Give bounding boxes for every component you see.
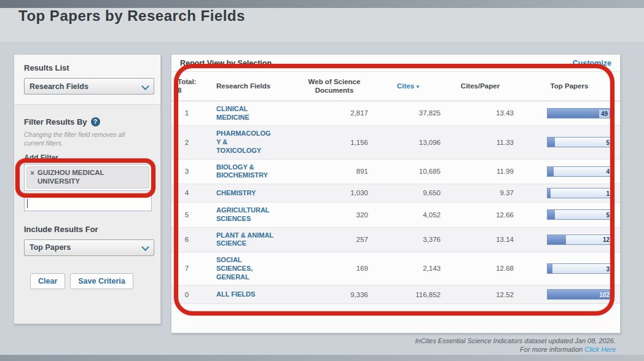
- table-row: 5 AGRICULTURAL SCIENCES 320 4,052 12.66 …: [171, 203, 620, 228]
- table-row: 2 PHARMACOLOG Y & TOXICOLOGY 1,156 13,09…: [171, 126, 620, 159]
- rank-cell: 2: [171, 126, 202, 159]
- click-here-link[interactable]: Click Here: [584, 346, 616, 353]
- wos-documents-cell: 320: [294, 203, 374, 228]
- remove-filter-icon[interactable]: ×: [30, 169, 34, 186]
- page-title: Top Papers by Research Fields: [18, 7, 245, 25]
- top-papers-cell: 4: [519, 159, 620, 184]
- top-papers-bar-fill: [548, 188, 551, 198]
- cites-cell: 2,143: [374, 252, 442, 285]
- cites-per-paper-cell: 9.37: [442, 184, 519, 203]
- research-field-link[interactable]: PHARMACOLOG Y & TOXICOLOGY: [202, 126, 294, 159]
- rank-cell: 5: [171, 203, 202, 228]
- top-papers-cell: 5: [519, 203, 620, 228]
- column-header-top-papers: Top Papers: [519, 72, 620, 101]
- results-list-label: Results List: [24, 63, 151, 72]
- research-field-link[interactable]: AGRICULTURAL SCIENCES: [202, 203, 294, 228]
- top-papers-value: 5: [606, 139, 610, 147]
- top-papers-value: 49: [599, 110, 610, 118]
- top-papers-bar-fill: [548, 235, 566, 244]
- rank-cell: 6: [171, 227, 202, 252]
- top-papers-bar-fill: [548, 167, 554, 176]
- cites-cell: 10,685: [374, 159, 442, 184]
- save-criteria-button[interactable]: Save Criteria: [70, 273, 133, 289]
- cites-per-paper-cell: 11.33: [442, 126, 519, 159]
- wos-documents-cell: 257: [294, 227, 374, 252]
- chevron-down-icon: [141, 244, 149, 251]
- column-header-cites-sort[interactable]: Cites ▾: [374, 72, 442, 101]
- filter-tags-box: × GUIZHOU MEDICAL UNIVERSITY: [24, 164, 152, 191]
- table-row: 4 CHEMISTRY 1,030 9,650 9.37 1: [171, 184, 620, 203]
- results-table: Total: 8 Research Fields Web of Science …: [171, 72, 620, 304]
- chevron-down-icon: [141, 83, 149, 90]
- include-results-select[interactable]: Top Papers: [24, 239, 154, 256]
- top-papers-value: 3: [606, 265, 610, 273]
- results-list-section: Results List Research Fields: [14, 55, 160, 105]
- clear-button[interactable]: Clear: [30, 273, 65, 289]
- wos-documents-cell: 1,030: [294, 184, 374, 203]
- cites-per-paper-cell: 11.99: [442, 159, 519, 184]
- cites-per-paper-cell: 13.14: [442, 227, 519, 252]
- top-papers-cell: 12: [519, 227, 620, 252]
- results-list-value: Research Fields: [29, 82, 141, 91]
- research-field-link[interactable]: SOCIAL SCIENCES, GENERAL: [202, 252, 294, 285]
- text-caret: [27, 199, 28, 208]
- wos-documents-cell: 1,156: [294, 126, 374, 159]
- table-row: 6 PLANT & ANIMAL SCIENCE 257 3,376 13.14…: [171, 227, 620, 252]
- more-info-text: For more information: [520, 346, 583, 353]
- top-papers-value: 4: [606, 168, 610, 176]
- cites-cell: 4,052: [374, 203, 442, 228]
- results-list-select[interactable]: Research Fields: [24, 78, 154, 95]
- report-panel: Report View by Selection Customize Total…: [171, 54, 621, 333]
- include-results-value: Top Papers: [29, 243, 141, 252]
- filter-results-by-label: Filter Results By: [24, 117, 87, 126]
- wos-documents-cell: 9,336: [294, 285, 374, 304]
- top-papers-bar: 4: [547, 166, 611, 177]
- research-field-link[interactable]: ALL FIELDS: [202, 285, 294, 304]
- top-papers-bar: 5: [547, 209, 611, 220]
- wos-documents-cell: 169: [294, 252, 374, 285]
- top-papers-bar-fill: [548, 264, 552, 273]
- cites-per-paper-cell: 12.68: [442, 252, 519, 285]
- cites-cell: 37,825: [374, 101, 442, 126]
- top-papers-value: 5: [606, 211, 610, 219]
- rank-cell: 0: [171, 285, 202, 304]
- cites-cell: 13,096: [374, 126, 442, 159]
- customize-link[interactable]: Customize: [573, 59, 611, 68]
- table-row: 7 SOCIAL SCIENCES, GENERAL 169 2,143 12.…: [171, 252, 620, 285]
- top-papers-bar-fill: [548, 138, 555, 147]
- top-papers-bar: 1: [547, 188, 611, 198]
- rank-cell: 7: [171, 252, 202, 285]
- table-row: 0 ALL FIELDS 9,336 116,852 12.52 102: [171, 285, 620, 304]
- column-header-total: Total: 8: [171, 72, 202, 101]
- rank-cell: 4: [171, 184, 202, 203]
- research-field-link[interactable]: CLINICAL MEDICINE: [202, 101, 294, 126]
- filter-tag[interactable]: × GUIZHOU MEDICAL UNIVERSITY: [26, 166, 149, 188]
- filter-tag-label: GUIZHOU MEDICAL UNIVERSITY: [37, 169, 146, 186]
- sidebar: Results List Research Fields Filter Resu…: [14, 54, 161, 324]
- help-icon[interactable]: ?: [91, 117, 100, 126]
- research-field-link[interactable]: CHEMISTRY: [202, 184, 294, 203]
- sort-descending-icon: ▾: [416, 83, 419, 90]
- add-filter-input[interactable]: [24, 195, 152, 211]
- top-papers-bar: 3: [547, 263, 611, 274]
- table-header-row: Total: 8 Research Fields Web of Science …: [171, 72, 620, 101]
- cites-cell: 3,376: [374, 227, 442, 252]
- column-header-research-fields: Research Fields: [202, 72, 294, 101]
- include-results-label: Include Results For: [24, 225, 151, 234]
- research-field-link[interactable]: PLANT & ANIMAL SCIENCE: [202, 227, 294, 252]
- window-bottom-strip: [0, 355, 644, 361]
- top-papers-cell: 102: [519, 285, 620, 304]
- top-papers-bar: 102: [547, 289, 611, 300]
- top-papers-bar: 49: [547, 108, 611, 118]
- top-papers-bar: 5: [547, 137, 611, 147]
- top-papers-cell: 49: [519, 101, 620, 126]
- rank-cell: 3: [171, 159, 202, 184]
- top-papers-bar: 12: [547, 235, 611, 245]
- top-papers-value: 1: [606, 190, 610, 198]
- column-header-cites-per-paper: Cites/Paper: [442, 72, 519, 101]
- top-papers-value: 102: [599, 291, 610, 299]
- research-field-link[interactable]: BIOLOGY & BIOCHEMISTRY: [202, 159, 294, 184]
- wos-documents-cell: 2,817: [294, 101, 374, 126]
- rank-cell: 1: [171, 101, 202, 126]
- cites-cell: 116,852: [374, 285, 442, 304]
